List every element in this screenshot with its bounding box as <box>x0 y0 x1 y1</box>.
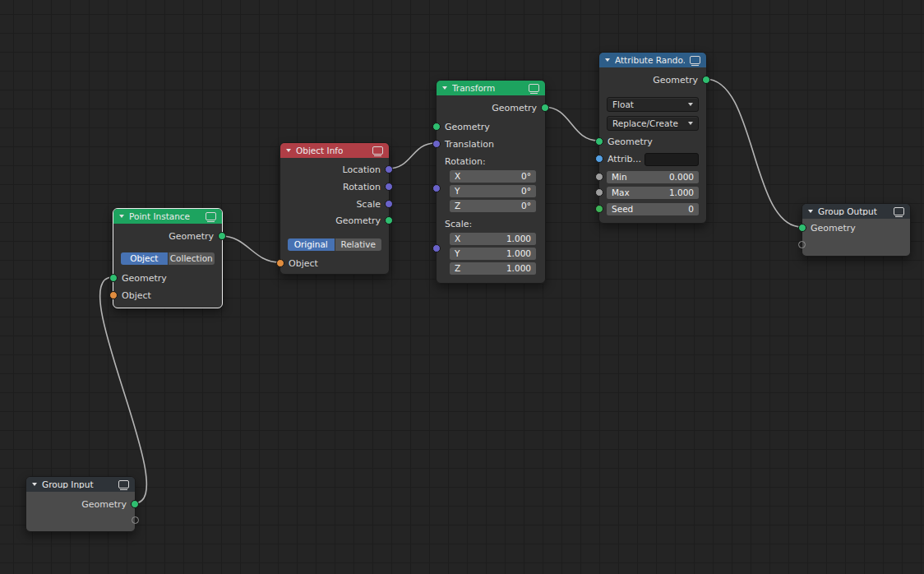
input-row-geometry: Geometry <box>608 136 698 147</box>
scale-y-field[interactable]: Y 1.000 <box>450 248 536 260</box>
display-toggle-icon[interactable] <box>118 480 129 488</box>
max-label: Max <box>612 188 630 197</box>
node-header-group-input[interactable]: Group Input <box>26 477 135 492</box>
input-row-object: Object <box>122 289 214 301</box>
socket-geometry-input[interactable] <box>798 224 806 232</box>
rotation-y-field[interactable]: Y 0° <box>450 185 536 197</box>
socket-translation-input[interactable] <box>432 140 441 148</box>
scale-x-field[interactable]: X 1.000 <box>450 233 536 245</box>
display-toggle-icon[interactable] <box>894 207 904 215</box>
node-title: Transform <box>452 84 495 93</box>
node-header-attribute-randomize[interactable]: Attribute Rando... <box>599 53 706 67</box>
output-row-geometry: Geometry <box>445 102 537 113</box>
input-row-translation: Translation <box>445 138 537 150</box>
socket-geometry-output[interactable] <box>385 216 393 225</box>
socket-object-input[interactable] <box>276 259 284 267</box>
wire-transform-to-attribute-geometry <box>544 107 598 141</box>
socket-geometry-input[interactable] <box>595 137 603 146</box>
socket-object-input[interactable] <box>109 291 118 299</box>
socket-geometry-output[interactable] <box>131 500 139 508</box>
node-header-object-info[interactable]: Object Info <box>280 143 389 158</box>
instance-type-toggle: Object Collection <box>121 252 215 265</box>
input-label-geometry: Geometry <box>608 137 653 146</box>
operation-mode-dropdown[interactable]: Replace/Create <box>607 116 699 131</box>
min-label: Min <box>612 173 627 182</box>
socket-scale-output[interactable] <box>385 200 393 208</box>
collapse-icon[interactable] <box>442 86 447 90</box>
node-title: Attribute Rando... <box>615 56 685 65</box>
data-type-dropdown[interactable]: Float <box>607 97 699 112</box>
seed-field[interactable]: Seed 0 <box>607 203 699 215</box>
socket-seed-input[interactable] <box>595 205 603 213</box>
output-label-geometry: Geometry <box>492 104 537 113</box>
node-title: Object Info <box>296 146 343 155</box>
node-point-instance[interactable]: Point Instance Geometry Object Collectio… <box>113 208 223 308</box>
node-title: Group Output <box>818 207 877 216</box>
rotation-z-field[interactable]: Z 0° <box>450 200 536 212</box>
socket-min-input[interactable] <box>595 173 603 181</box>
original-toggle-button[interactable]: Original <box>288 238 335 251</box>
collapse-icon[interactable] <box>32 483 37 486</box>
scale-z-field[interactable]: Z 1.000 <box>450 262 536 275</box>
collapse-icon[interactable] <box>119 215 124 218</box>
output-row-location: Location <box>289 164 381 175</box>
output-label-geometry: Geometry <box>81 500 127 509</box>
max-field[interactable]: Max 1.000 <box>607 187 699 199</box>
input-label-geometry: Geometry <box>122 274 167 283</box>
socket-geometry-output[interactable] <box>541 104 549 112</box>
socket-location-output[interactable] <box>385 165 393 174</box>
axis-label: Z <box>455 264 460 273</box>
object-toggle-button[interactable]: Object <box>121 252 168 265</box>
collapse-icon[interactable] <box>286 149 291 152</box>
relative-toggle-button[interactable]: Relative <box>335 238 382 251</box>
input-label-geometry: Geometry <box>445 123 490 132</box>
collapse-icon[interactable] <box>605 58 610 62</box>
socket-rotation-output[interactable] <box>385 183 393 191</box>
display-toggle-icon[interactable] <box>529 84 539 92</box>
output-label-geometry: Geometry <box>335 216 381 225</box>
node-group-input[interactable]: Group Input Geometry <box>25 476 136 532</box>
socket-geometry-output[interactable] <box>702 76 710 84</box>
dropdown-value: Replace/Create <box>612 119 678 128</box>
scale-label-text: Scale: <box>445 220 472 229</box>
chevron-down-icon <box>688 103 693 106</box>
max-value: 1.000 <box>669 188 694 197</box>
input-row-object: Object <box>289 257 381 269</box>
rotation-section-label: Rotation: <box>445 155 486 167</box>
attribute-name-input[interactable] <box>644 153 699 166</box>
output-label-rotation: Rotation <box>343 183 381 192</box>
wire-pointinstance-to-objectinfo-object <box>221 236 280 262</box>
rotation-z-value: 0° <box>521 201 531 211</box>
display-toggle-icon[interactable] <box>372 146 383 155</box>
socket-rotation-input[interactable] <box>432 184 441 192</box>
collapse-icon[interactable] <box>808 210 813 213</box>
node-transform[interactable]: Transform Geometry Geometry Translation … <box>436 80 546 284</box>
node-attribute-randomize[interactable]: Attribute Rando... Geometry Float Replac… <box>598 52 707 224</box>
node-header-point-instance[interactable]: Point Instance <box>113 209 222 224</box>
socket-max-input[interactable] <box>595 188 603 197</box>
socket-geometry-input[interactable] <box>109 274 118 282</box>
socket-virtual-input[interactable] <box>798 241 806 248</box>
node-header-group-output[interactable]: Group Output <box>802 204 910 219</box>
rotation-x-value: 0° <box>521 172 531 181</box>
output-row-geometry: Geometry <box>35 498 127 510</box>
node-editor-canvas[interactable]: Group Input Geometry Point Instance Geom… <box>0 0 924 574</box>
display-toggle-icon[interactable] <box>206 212 216 220</box>
socket-virtual-output[interactable] <box>132 516 139 524</box>
socket-scale-input[interactable] <box>432 244 441 252</box>
input-row-geometry: Geometry <box>811 222 902 234</box>
node-object-info[interactable]: Object Info Location Rotation Scale Geom… <box>280 142 390 275</box>
node-header-transform[interactable]: Transform <box>437 81 545 95</box>
collection-toggle-button[interactable]: Collection <box>169 252 215 265</box>
socket-geometry-input[interactable] <box>432 123 441 131</box>
node-title: Group Input <box>42 480 94 489</box>
socket-attribute-input[interactable] <box>595 155 603 163</box>
wire-attribute-to-groupoutput-geometry <box>705 79 802 227</box>
output-label-location: Location <box>342 165 381 174</box>
node-group-output[interactable]: Group Output Geometry <box>802 203 911 257</box>
socket-geometry-output[interactable] <box>218 232 226 240</box>
min-field[interactable]: Min 0.000 <box>607 171 699 183</box>
node-title: Point Instance <box>129 212 190 221</box>
display-toggle-icon[interactable] <box>690 56 700 64</box>
rotation-x-field[interactable]: X 0° <box>450 170 536 183</box>
